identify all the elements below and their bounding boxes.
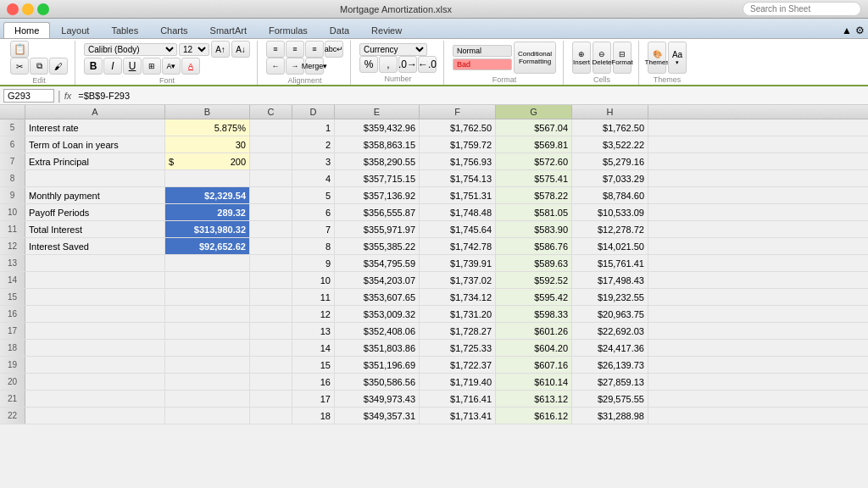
cell-d9[interactable]: 5 [292, 187, 335, 203]
cell-e12[interactable]: $355,385.22 [335, 238, 420, 254]
cell-d10[interactable]: 6 [292, 204, 335, 220]
cell-a22[interactable] [25, 408, 165, 424]
cell-h14[interactable]: $17,498.43 [572, 272, 648, 288]
col-header-f[interactable]: F [420, 105, 496, 119]
cell-b10[interactable]: 289.32 [165, 204, 250, 220]
cell-a17[interactable] [25, 323, 165, 339]
cell-a21[interactable] [25, 391, 165, 407]
cell-e7[interactable]: $358,290.55 [335, 153, 420, 169]
cell-d11[interactable]: 7 [292, 221, 335, 237]
themes-button[interactable]: 🎨Themes [648, 42, 666, 74]
col-header-b[interactable]: B [165, 105, 250, 119]
cell-d22[interactable]: 18 [292, 408, 335, 424]
cell-d18[interactable]: 14 [292, 340, 335, 356]
cell-h19[interactable]: $26,139.73 [572, 357, 648, 373]
cell-style-normal[interactable]: Normal [453, 45, 512, 57]
fill-color-button[interactable]: A▾ [162, 58, 181, 75]
cut-button[interactable]: ✂ [10, 58, 29, 75]
col-header-h[interactable]: H [572, 105, 648, 119]
cell-b13[interactable] [165, 255, 250, 271]
cell-a19[interactable] [25, 357, 165, 373]
cell-g12[interactable]: $586.76 [496, 238, 572, 254]
cell-e19[interactable]: $351,196.69 [335, 357, 420, 373]
ribbon-options-icon[interactable]: ⚙ [855, 25, 865, 36]
cell-c9[interactable] [250, 187, 292, 203]
cell-e11[interactable]: $355,971.97 [335, 221, 420, 237]
cell-c7[interactable] [250, 153, 292, 169]
cell-f20[interactable]: $1,719.40 [420, 374, 496, 390]
cell-c14[interactable] [250, 272, 292, 288]
formula-input[interactable]: =$B$9-F293 [75, 90, 865, 102]
cell-b14[interactable] [165, 272, 250, 288]
cell-a7[interactable]: Extra Principal [25, 153, 165, 169]
close-button[interactable] [7, 3, 19, 15]
cell-g22[interactable]: $616.12 [496, 408, 572, 424]
cell-f6[interactable]: $1,759.72 [420, 136, 496, 152]
cell-d14[interactable]: 10 [292, 272, 335, 288]
font-family-select[interactable]: Calibri (Body) [84, 43, 177, 56]
cell-e14[interactable]: $354,203.07 [335, 272, 420, 288]
tab-smartart[interactable]: SmartArt [199, 22, 258, 38]
cell-a9[interactable]: Monthly payment [25, 187, 165, 203]
cell-h15[interactable]: $19,232.55 [572, 289, 648, 305]
decrease-decimal-button[interactable]: ←.0 [418, 56, 437, 73]
cell-f8[interactable]: $1,754.13 [420, 170, 496, 186]
cell-g7[interactable]: $572.60 [496, 153, 572, 169]
cell-f12[interactable]: $1,742.78 [420, 238, 496, 254]
cell-e17[interactable]: $352,408.06 [335, 323, 420, 339]
cell-h9[interactable]: $8,784.60 [572, 187, 648, 203]
cell-d16[interactable]: 12 [292, 306, 335, 322]
cell-b11[interactable]: $313,980.32 [165, 221, 250, 237]
search-input[interactable] [743, 2, 861, 16]
cell-f18[interactable]: $1,725.33 [420, 340, 496, 356]
cell-reference-box[interactable]: G293 [3, 89, 54, 103]
cell-g14[interactable]: $592.52 [496, 272, 572, 288]
cell-h8[interactable]: $7,033.29 [572, 170, 648, 186]
cell-h20[interactable]: $27,859.13 [572, 374, 648, 390]
minimize-button[interactable] [22, 3, 34, 15]
cell-h12[interactable]: $14,021.50 [572, 238, 648, 254]
cell-h11[interactable]: $12,278.72 [572, 221, 648, 237]
cell-g19[interactable]: $607.16 [496, 357, 572, 373]
cell-g17[interactable]: $601.26 [496, 323, 572, 339]
cell-h6[interactable]: $3,522.22 [572, 136, 648, 152]
cell-f10[interactable]: $1,748.48 [420, 204, 496, 220]
cell-a10[interactable]: Payoff Periods [25, 204, 165, 220]
cell-a18[interactable] [25, 340, 165, 356]
cell-c18[interactable] [250, 340, 292, 356]
maximize-button[interactable] [37, 3, 49, 15]
comma-button[interactable]: , [379, 56, 398, 73]
cell-e8[interactable]: $357,715.15 [335, 170, 420, 186]
cell-f9[interactable]: $1,751.31 [420, 187, 496, 203]
cell-style-bad[interactable]: Bad [453, 58, 512, 70]
cell-c17[interactable] [250, 323, 292, 339]
cell-f11[interactable]: $1,745.64 [420, 221, 496, 237]
cell-d21[interactable]: 17 [292, 391, 335, 407]
col-header-d[interactable]: D [292, 105, 335, 119]
indent-less-button[interactable]: ← [266, 58, 285, 75]
cell-c6[interactable] [250, 136, 292, 152]
align-center-button[interactable]: ≡ [286, 41, 304, 58]
cell-b7[interactable]: $200 [165, 153, 250, 169]
col-header-c[interactable]: C [250, 105, 292, 119]
window-controls[interactable] [7, 3, 49, 15]
cell-g20[interactable]: $610.14 [496, 374, 572, 390]
cell-g16[interactable]: $598.33 [496, 306, 572, 322]
cell-a12[interactable]: Interest Saved [25, 238, 165, 254]
cell-f17[interactable]: $1,728.27 [420, 323, 496, 339]
cell-c16[interactable] [250, 306, 292, 322]
cell-b5[interactable]: 5.875% [165, 119, 250, 136]
cell-e10[interactable]: $356,555.87 [335, 204, 420, 220]
cell-g8[interactable]: $575.41 [496, 170, 572, 186]
cell-g15[interactable]: $595.42 [496, 289, 572, 305]
cell-a14[interactable] [25, 272, 165, 288]
cell-a5[interactable]: Interest rate [25, 119, 165, 136]
cell-d6[interactable]: 2 [292, 136, 335, 152]
cell-c10[interactable] [250, 204, 292, 220]
cell-e9[interactable]: $357,136.92 [335, 187, 420, 203]
cell-g18[interactable]: $604.20 [496, 340, 572, 356]
underline-button[interactable]: U [123, 58, 142, 75]
tab-data[interactable]: Data [319, 22, 360, 38]
cell-b8[interactable] [165, 170, 250, 186]
decrease-font-button[interactable]: A↓ [231, 41, 250, 58]
